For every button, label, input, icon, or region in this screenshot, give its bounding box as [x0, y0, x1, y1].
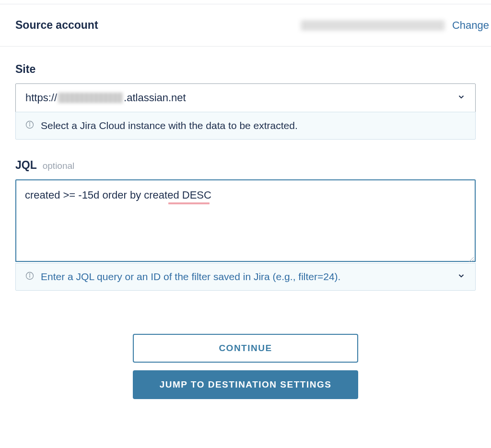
jql-section: JQL optional Enter a JQL query or [15, 159, 476, 291]
site-prefix: https:// [25, 92, 57, 104]
header-right-group: Change [301, 19, 491, 32]
source-account-header: Source account Change [0, 4, 491, 47]
jump-destination-button[interactable]: Jump to Destination Settings [133, 370, 358, 399]
site-subdomain-redacted [58, 93, 123, 103]
svg-point-2 [29, 123, 30, 123]
jql-label-row: JQL optional [15, 159, 476, 172]
site-info-box: Select a Jira Cloud instance with the da… [15, 112, 476, 140]
spellcheck-underline [168, 202, 210, 204]
form-content: Site https:// .atlassian.net Select a Ji… [0, 47, 491, 399]
change-account-link[interactable]: Change [452, 19, 491, 32]
account-email-redacted [301, 20, 444, 31]
chevron-down-icon [457, 92, 466, 104]
jql-textarea-wrap [15, 179, 476, 264]
site-label: Site [15, 63, 35, 76]
jql-info-text: Enter a JQL query or an ID of the filter… [41, 271, 340, 283]
svg-point-7 [29, 274, 30, 274]
source-account-title: Source account [15, 19, 98, 32]
info-icon [25, 120, 34, 131]
continue-button[interactable]: Continue [133, 334, 358, 363]
site-suffix: .atlassian.net [124, 92, 186, 104]
jql-info-box[interactable]: Enter a JQL query or an ID of the filter… [15, 263, 476, 291]
site-value: https:// .atlassian.net [25, 92, 186, 104]
site-label-row: Site [15, 63, 476, 76]
site-select[interactable]: https:// .atlassian.net [15, 83, 476, 112]
jql-textarea[interactable] [15, 179, 476, 262]
jql-label: JQL [15, 159, 37, 172]
jql-optional-label: optional [43, 161, 75, 171]
button-area: Continue Jump to Destination Settings [15, 334, 476, 399]
site-info-text: Select a Jira Cloud instance with the da… [41, 120, 298, 131]
info-icon [25, 271, 34, 283]
chevron-down-icon [457, 271, 466, 283]
